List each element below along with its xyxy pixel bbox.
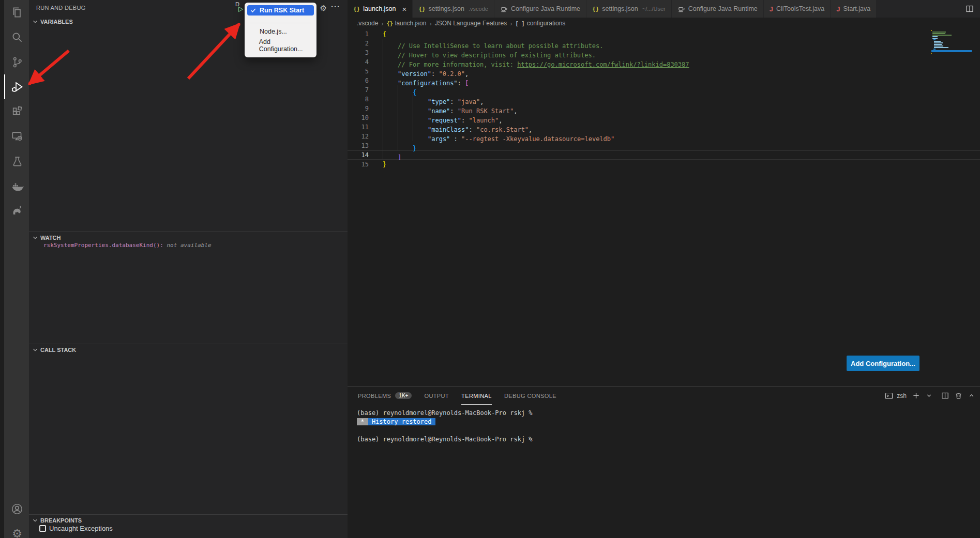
split-editor-icon[interactable] (966, 5, 974, 15)
activity-item-accounts[interactable] (4, 497, 29, 521)
section-breakpoints[interactable]: BREAKPOINTS (29, 514, 348, 526)
line-number[interactable]: 2 (348, 39, 383, 48)
debug-settings-gear-icon[interactable]: ⚙ (320, 4, 327, 13)
breadcrumb-item-launch-json[interactable]: {}launch.json (387, 20, 427, 27)
indent-guide (383, 150, 398, 160)
views-more-actions-icon[interactable]: ··· (331, 2, 340, 11)
maximize-panel-chevron-icon[interactable] (968, 392, 975, 399)
minimap-line (934, 47, 948, 48)
section-watch[interactable]: WATCH (29, 232, 348, 243)
activity-item-source-control[interactable] (4, 50, 29, 74)
add-configuration-button[interactable]: Add Configuration... (847, 356, 919, 371)
tab-launch-json[interactable]: {}launch.json× (348, 0, 413, 18)
breadcrumb: .vscode›{}launch.json›JSON Language Feat… (348, 18, 980, 29)
panel-tab-terminal[interactable]: TERMINAL (461, 387, 492, 405)
uncaught-exceptions-checkbox[interactable] (39, 525, 46, 532)
minimap-line (934, 44, 941, 45)
tab-settings-json[interactable]: {}settings.json~/.../User (586, 0, 672, 18)
split-terminal-icon[interactable] (941, 392, 949, 399)
activity-item-explorer[interactable] (4, 0, 29, 25)
line-number[interactable]: 9 (348, 104, 383, 113)
line-number[interactable]: 8 (348, 95, 383, 104)
tab-settings-json[interactable]: {}settings.json.vscode (413, 0, 494, 18)
tab-configure-java-runtime[interactable]: Configure Java Runtime (672, 0, 764, 18)
code-line-14[interactable]: 14] (348, 150, 980, 160)
panel-tab-debug-console[interactable]: DEBUG CONSOLE (504, 387, 556, 405)
tab-start-java[interactable]: JStart.java (831, 0, 877, 18)
code-line-10[interactable]: 10"request": "launch", (348, 113, 980, 122)
code-token: "args" (428, 135, 450, 143)
minimap-line (934, 41, 940, 42)
code-line-1[interactable]: 1{ (348, 29, 980, 39)
code-line-15[interactable]: 15} (348, 160, 980, 169)
code-editor[interactable]: 1{2// Use IntelliSense to learn about po… (348, 29, 980, 386)
problems-count-badge: 1K+ (395, 392, 412, 399)
line-number[interactable]: 1 (348, 29, 383, 39)
new-terminal-icon[interactable] (912, 392, 920, 399)
tab-clitoolstest-java[interactable]: JCliToolsTest.java (764, 0, 831, 18)
line-number[interactable]: 14 (348, 150, 383, 160)
line-number[interactable]: 11 (348, 122, 383, 132)
line-number[interactable]: 13 (348, 141, 383, 150)
activity-item-search[interactable] (4, 25, 29, 50)
java-file-icon: J (770, 5, 773, 13)
terminal-launch-icon[interactable] (885, 392, 893, 400)
tab-configure-java-runtime[interactable]: Configure Java Runtime (494, 0, 586, 18)
search-icon (10, 30, 24, 44)
line-number[interactable]: 6 (348, 76, 383, 85)
code-line-6[interactable]: 6"configurations": [ (348, 76, 980, 85)
line-number[interactable]: 5 (348, 67, 383, 76)
activity-item-remote-explorer[interactable] (4, 124, 29, 149)
code-content: "version": "0.2.0", (383, 67, 469, 76)
breadcrumb-item-vscode[interactable]: .vscode (357, 20, 378, 27)
line-number[interactable]: 15 (348, 160, 383, 169)
debug-icon (10, 80, 24, 94)
code-line-4[interactable]: 4// For more information, visit: https:/… (348, 57, 980, 67)
panel-tab-output[interactable]: OUTPUT (424, 387, 449, 405)
line-number[interactable]: 3 (348, 48, 383, 57)
terminal-text: (base) reynoldmorel@Reynolds-MacBook-Pro… (357, 409, 533, 417)
menu-item-add-configuration[interactable]: Add Configuration... (247, 37, 314, 54)
line-number[interactable]: 10 (348, 113, 383, 122)
gear-icon: ⚙ (12, 528, 22, 538)
debug-start-icon[interactable] (237, 6, 244, 15)
code-line-9[interactable]: 9"name": "Run RSK Start", (348, 104, 980, 113)
watch-expression-row[interactable]: rskSystemProperties.databaseKind(): not … (43, 242, 212, 249)
menu-item-run-rsk-start[interactable]: Run RSK Start (247, 5, 314, 16)
code-line-2[interactable]: 2// Use IntelliSense to learn about poss… (348, 39, 980, 48)
line-number[interactable]: 4 (348, 57, 383, 67)
close-icon[interactable]: × (402, 5, 407, 13)
minimap[interactable] (931, 30, 972, 54)
indent-guide (383, 95, 398, 104)
activity-item-settings[interactable]: ⚙ (4, 521, 29, 538)
terminal-dropdown-chevron-icon[interactable] (926, 392, 932, 399)
line-number[interactable]: 12 (348, 132, 383, 141)
activity-item-run-and-debug[interactable] (4, 74, 29, 99)
indent-guide (398, 113, 413, 122)
indent-guide (383, 48, 398, 57)
minimap-line (934, 42, 942, 43)
code-line-3[interactable]: 3// Hover to view descriptions of existi… (348, 48, 980, 57)
activity-item-docker[interactable] (4, 174, 29, 198)
section-label: WATCH (40, 235, 61, 241)
menu-item-node-js[interactable]: Node.js... (247, 26, 314, 37)
activity-item-extensions[interactable] (4, 99, 29, 124)
breakpoint-label: Uncaught Exceptions (49, 525, 113, 532)
code-line-11[interactable]: 11"mainClass": "co.rsk.Start", (348, 122, 980, 132)
breadcrumb-item-json-language-features[interactable]: JSON Language Features (435, 20, 507, 27)
panel-tab-problems[interactable]: PROBLEMS1K+ (358, 387, 412, 405)
activity-item-testing[interactable] (4, 149, 29, 174)
breadcrumb-item-configurations[interactable]: [ ]configurations (516, 20, 566, 27)
section-call-stack[interactable]: CALL STACK (29, 344, 348, 355)
line-number[interactable]: 7 (348, 85, 383, 95)
shell-label[interactable]: zsh (897, 392, 907, 399)
panel-tab-label: DEBUG CONSOLE (504, 393, 556, 399)
code-line-8[interactable]: 8"type": "java", (348, 95, 980, 104)
kill-terminal-trash-icon[interactable] (955, 392, 962, 399)
terminal-output[interactable]: (base) reynoldmorel@Reynolds-MacBook-Pro… (348, 405, 980, 444)
menu-item-label: Run RSK Start (260, 7, 304, 14)
code-line-12[interactable]: 12"args" : "--regtest -Xkeyvalue.datasou… (348, 132, 980, 141)
tab-label: CliToolsTest.java (776, 5, 824, 12)
activity-item-gradle[interactable] (4, 198, 29, 223)
code-token: { (383, 30, 386, 38)
